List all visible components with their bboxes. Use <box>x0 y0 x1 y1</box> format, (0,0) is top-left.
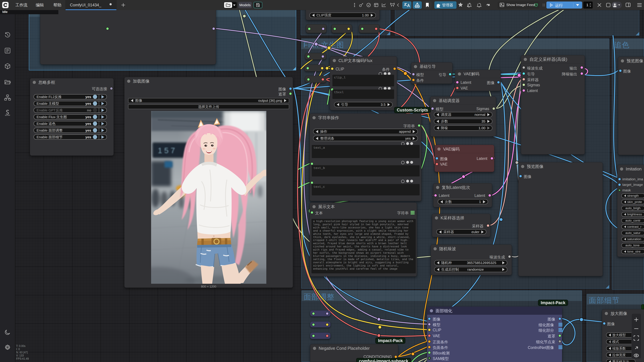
svg-text:1 5 7: 1 5 7 <box>158 146 175 155</box>
svg-text:SD PPP: SD PPP <box>5 114 10 116</box>
